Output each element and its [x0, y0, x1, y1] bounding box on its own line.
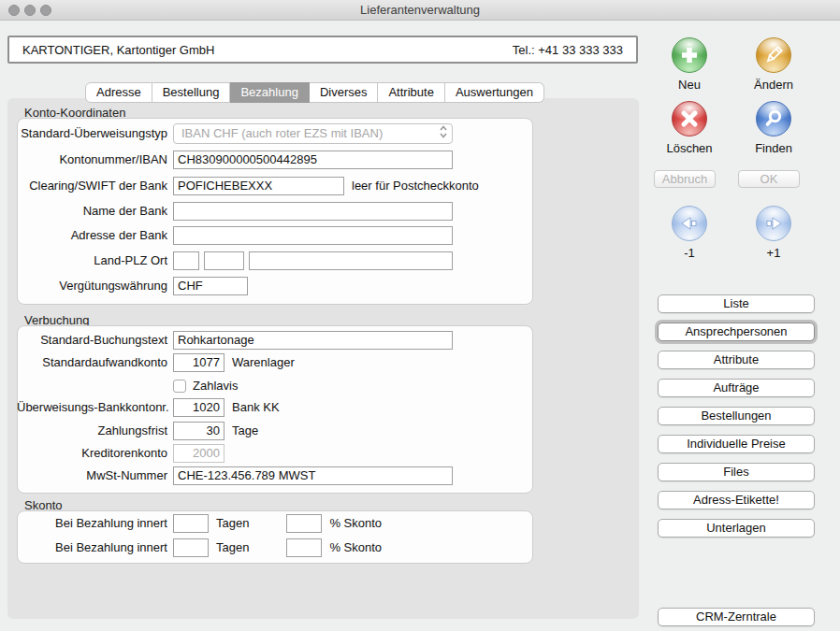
kreditorenkonto-input [173, 444, 224, 463]
attribute-button[interactable]: Attribute [658, 351, 815, 369]
prev-record-button[interactable] [672, 206, 707, 241]
bankadresse-label: Adresse der Bank [17, 228, 173, 242]
bankkonto-hint: Bank KK [232, 400, 280, 414]
loeschen-button[interactable] [672, 101, 707, 136]
unterlagen-button[interactable]: Unterlagen [658, 519, 815, 538]
clearing-input[interactable] [173, 177, 344, 195]
bankkonto-label: Überweisungs-Bankkontonr. [17, 400, 173, 414]
buchungstext-label: Standard-Buchungstext [17, 333, 173, 347]
arrow-left-icon [679, 213, 700, 234]
close-button[interactable] [8, 5, 20, 16]
skonto-row2-unit: Tagen [216, 540, 249, 554]
aufwandkonto-input[interactable] [173, 353, 224, 372]
individuelle-preise-button[interactable]: Individuelle Preise [658, 435, 815, 453]
tab-diverses[interactable]: Diverses [310, 82, 379, 103]
window-title: Lieferantenverwaltung [0, 0, 840, 21]
bankname-input[interactable] [173, 202, 453, 221]
skonto1-prozent-input[interactable] [286, 514, 322, 533]
zahlungsfrist-hint: Tage [232, 423, 258, 437]
zahlungsfrist-label: Zahlungsfrist [17, 423, 173, 437]
land-input[interactable] [173, 251, 199, 270]
aufwandkonto-label: Standardaufwandkonto [17, 355, 173, 369]
ort-input[interactable] [249, 251, 453, 270]
auftraege-button[interactable]: Aufträge [658, 379, 815, 397]
bankadresse-input[interactable] [173, 226, 453, 245]
tab-adresse[interactable]: Adresse [85, 82, 152, 103]
buchungstext-input[interactable] [173, 331, 453, 350]
tab-auswertungen[interactable]: Auswertungen [445, 82, 544, 103]
prev-record-label: -1 [652, 246, 727, 260]
plus-icon [679, 45, 700, 65]
finden-button[interactable] [756, 101, 791, 136]
mwst-label: MwSt-Nummer [17, 468, 173, 482]
skonto-row2-label: Bei Bezahlung innert [17, 540, 173, 554]
files-button[interactable]: Files [658, 463, 815, 481]
liste-button[interactable]: Liste [658, 294, 815, 313]
landplz-label: Land-PLZ Ort [17, 253, 173, 267]
arrow-right-icon [763, 213, 784, 234]
crm-zentrale-button[interactable]: CRM-Zerntrale [658, 608, 815, 626]
titlebar: Lieferantenverwaltung [0, 0, 840, 21]
magnifier-icon [763, 108, 784, 129]
aufwandkonto-hint: Warenlager [232, 355, 295, 369]
plz-input[interactable] [204, 251, 244, 270]
tab-bar: Adresse Bestellung Bezahlung Diverses At… [85, 82, 544, 103]
skonto2-tage-input[interactable] [173, 538, 209, 557]
clearing-label: Clearing/SWIFT der Bank [17, 179, 173, 193]
zahlavis-label: Zahlavis [193, 379, 238, 393]
skonto2-prozent-input[interactable] [286, 538, 322, 557]
kreditorenkonto-label: Kreditorenkonto [17, 446, 173, 460]
bestellungen-button[interactable]: Bestellungen [658, 407, 815, 425]
pencil-icon [763, 45, 784, 65]
zoom-window-button[interactable] [40, 5, 51, 16]
next-record-label: +1 [736, 246, 811, 260]
x-icon [679, 108, 700, 129]
zahlungsfrist-input[interactable] [173, 422, 224, 440]
traffic-lights [8, 5, 51, 16]
zahlavis-checkbox[interactable] [173, 380, 186, 393]
ueberweisungstyp-label: Standard-Überweisungstyp [17, 126, 173, 140]
aendern-button[interactable] [756, 37, 791, 73]
tab-attribute[interactable]: Attribute [378, 82, 444, 103]
loeschen-label: Löschen [652, 141, 727, 155]
neu-button[interactable] [672, 37, 707, 73]
bankname-label: Name der Bank [17, 204, 173, 218]
ueberweisungstyp-value: IBAN CHF (auch roter EZS mit IBAN) [181, 126, 383, 140]
aendern-label: Ändern [736, 78, 811, 92]
neu-label: Neu [652, 78, 727, 92]
mwst-input[interactable] [173, 466, 453, 485]
adress-etikette-button[interactable]: Adress-Etikette! [658, 491, 815, 509]
ansprechpersonen-button[interactable]: Ansprechpersonen [658, 323, 815, 341]
skonto-row2-suffix: % Skonto [329, 540, 382, 554]
kontonummer-input[interactable] [173, 151, 453, 169]
chevron-updown-icon [439, 124, 448, 142]
waehrung-input[interactable] [173, 277, 248, 295]
skonto-row1-label: Bei Bezahlung innert [17, 516, 173, 530]
skonto-row1-unit: Tagen [216, 516, 249, 530]
skonto-row1-suffix: % Skonto [329, 516, 382, 530]
finden-label: Finden [736, 141, 811, 155]
tab-bestellung[interactable]: Bestellung [152, 82, 231, 103]
bankkonto-input[interactable] [173, 398, 224, 417]
ueberweisungstyp-select[interactable]: IBAN CHF (auch roter EZS mit IBAN) [173, 123, 453, 144]
skonto1-tage-input[interactable] [173, 514, 209, 533]
waehrung-label: Vergütungswährung [17, 279, 173, 293]
supplier-phone: Tel.: +41 33 333 333 [513, 43, 623, 57]
minimize-button[interactable] [24, 5, 36, 16]
next-record-button[interactable] [756, 206, 791, 241]
ok-button[interactable]: OK [738, 170, 800, 188]
tab-bezahlung[interactable]: Bezahlung [230, 82, 309, 103]
supplier-name: KARTONTIGER, Kartontiger GmbH [22, 43, 214, 57]
main-panel: Konto-Koordinaten Standard-Überweisungst… [7, 98, 639, 619]
abbruch-button[interactable]: Abbruch [654, 170, 716, 188]
kontonummer-label: Kontonummer/IBAN [17, 152, 173, 166]
supplier-header: KARTONTIGER, Kartontiger GmbH Tel.: +41 … [7, 36, 638, 64]
clearing-hint: leer für Postcheckkonto [352, 179, 479, 193]
